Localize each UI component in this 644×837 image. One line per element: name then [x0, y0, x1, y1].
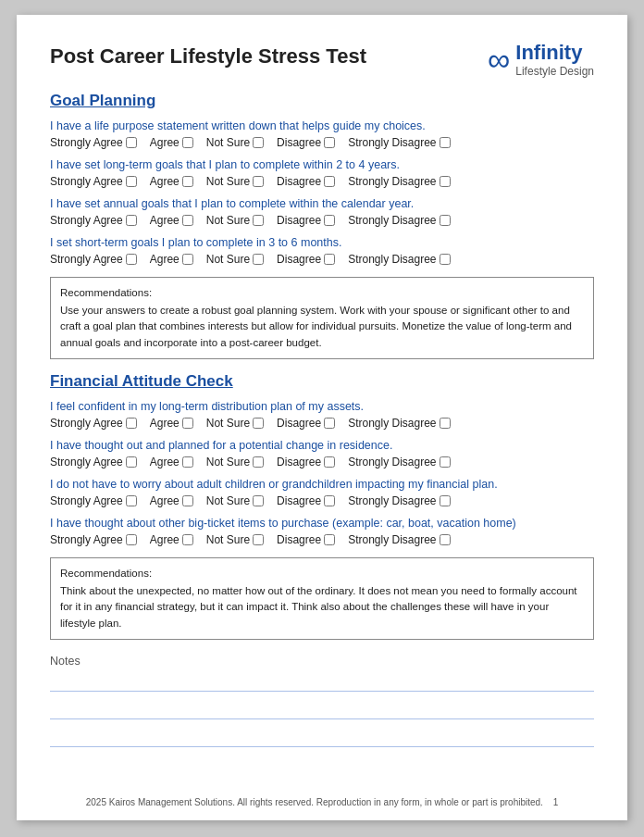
checkbox-agree-7[interactable]: [182, 495, 193, 506]
recommendations-box-2: Recommendations: Think about the unexpec…: [50, 557, 594, 640]
answer-agree-4[interactable]: Agree: [150, 253, 193, 266]
checkbox-agree-6[interactable]: [182, 456, 193, 468]
logo-area: ∞ Infinity Lifestyle Design: [488, 41, 594, 79]
checkbox-strongly-agree-2[interactable]: [126, 176, 137, 187]
answer-row-6: Strongly Agree Agree Not Sure Disagree S…: [50, 456, 594, 468]
answer-disagree-4[interactable]: Disagree: [277, 253, 335, 266]
answer-disagree-1[interactable]: Disagree: [277, 136, 335, 149]
question-3: I have set annual goals that I plan to c…: [50, 197, 594, 210]
answer-not-sure-8[interactable]: Not Sure: [206, 533, 264, 546]
answer-agree-3[interactable]: Agree: [150, 214, 193, 227]
checkbox-disagree-1[interactable]: [324, 137, 335, 148]
answer-disagree-6[interactable]: Disagree: [277, 456, 335, 468]
answer-not-sure-5[interactable]: Not Sure: [206, 417, 264, 430]
answer-agree-7[interactable]: Agree: [150, 494, 193, 507]
checkbox-not-sure-2[interactable]: [253, 176, 264, 187]
checkbox-disagree-7[interactable]: [324, 495, 335, 506]
question-5: I feel confident in my long-term distrib…: [50, 400, 594, 413]
checkbox-not-sure-7[interactable]: [253, 495, 264, 506]
checkbox-agree-2[interactable]: [182, 176, 193, 187]
answer-agree-2[interactable]: Agree: [150, 175, 193, 188]
checkbox-strongly-agree-8[interactable]: [126, 534, 137, 545]
answer-strongly-agree-1[interactable]: Strongly Agree: [50, 136, 137, 149]
checkbox-agree-4[interactable]: [182, 254, 193, 265]
footer: 2025 Kairos Management Solutions. All ri…: [17, 797, 627, 807]
checkbox-strongly-disagree-4[interactable]: [440, 254, 451, 265]
checkbox-not-sure-6[interactable]: [253, 456, 264, 468]
answer-row-1: Strongly Agree Agree Not Sure Disagree S…: [50, 136, 594, 149]
infinity-icon: ∞: [488, 44, 510, 75]
answer-strongly-agree-3[interactable]: Strongly Agree: [50, 214, 137, 227]
checkbox-strongly-agree-6[interactable]: [126, 456, 137, 468]
answer-agree-8[interactable]: Agree: [150, 533, 193, 546]
checkbox-agree-5[interactable]: [182, 418, 193, 429]
answer-strongly-disagree-3[interactable]: Strongly Disagree: [348, 214, 450, 227]
checkbox-disagree-3[interactable]: [324, 215, 335, 226]
answer-not-sure-7[interactable]: Not Sure: [206, 494, 264, 507]
checkbox-strongly-disagree-7[interactable]: [440, 495, 451, 506]
answer-disagree-7[interactable]: Disagree: [277, 494, 335, 507]
checkbox-strongly-agree-5[interactable]: [126, 418, 137, 429]
answer-not-sure-2[interactable]: Not Sure: [206, 175, 264, 188]
checkbox-strongly-agree-1[interactable]: [126, 137, 137, 148]
checkbox-disagree-6[interactable]: [324, 456, 335, 468]
answer-not-sure-4[interactable]: Not Sure: [206, 253, 264, 266]
checkbox-strongly-disagree-6[interactable]: [440, 456, 451, 468]
answer-strongly-disagree-2[interactable]: Strongly Disagree: [348, 175, 450, 188]
answer-disagree-8[interactable]: Disagree: [277, 533, 335, 546]
answer-not-sure-3[interactable]: Not Sure: [206, 214, 264, 227]
answer-row-4: Strongly Agree Agree Not Sure Disagree S…: [50, 253, 594, 266]
answer-strongly-disagree-8[interactable]: Strongly Disagree: [348, 533, 450, 546]
answer-not-sure-1[interactable]: Not Sure: [206, 136, 264, 149]
page-container: Post Career Lifestyle Stress Test ∞ Infi…: [17, 15, 627, 820]
answer-strongly-agree-4[interactable]: Strongly Agree: [50, 253, 137, 266]
checkbox-disagree-2[interactable]: [324, 176, 335, 187]
answer-disagree-2[interactable]: Disagree: [277, 175, 335, 188]
answer-not-sure-6[interactable]: Not Sure: [206, 456, 264, 468]
checkbox-strongly-agree-7[interactable]: [126, 495, 137, 506]
answer-strongly-disagree-5[interactable]: Strongly Disagree: [348, 417, 450, 430]
answer-strongly-agree-5[interactable]: Strongly Agree: [50, 417, 137, 430]
question-7: I do not have to worry about adult child…: [50, 478, 594, 491]
answer-row-2: Strongly Agree Agree Not Sure Disagree S…: [50, 175, 594, 188]
answer-strongly-agree-8[interactable]: Strongly Agree: [50, 533, 137, 546]
answer-disagree-3[interactable]: Disagree: [277, 214, 335, 227]
checkbox-strongly-disagree-8[interactable]: [440, 534, 451, 545]
checkbox-strongly-disagree-3[interactable]: [440, 215, 451, 226]
checkbox-not-sure-3[interactable]: [253, 215, 264, 226]
answer-agree-5[interactable]: Agree: [150, 417, 193, 430]
checkbox-not-sure-4[interactable]: [253, 254, 264, 265]
checkbox-agree-1[interactable]: [182, 137, 193, 148]
notes-section: Notes: [50, 655, 594, 747]
answer-strongly-agree-7[interactable]: Strongly Agree: [50, 494, 137, 507]
checkbox-strongly-disagree-5[interactable]: [440, 418, 451, 429]
answer-disagree-5[interactable]: Disagree: [277, 417, 335, 430]
answer-strongly-agree-2[interactable]: Strongly Agree: [50, 175, 137, 188]
section-title-financial-attitude: Financial Attitude Check: [50, 372, 594, 391]
checkbox-not-sure-8[interactable]: [253, 534, 264, 545]
answer-strongly-disagree-1[interactable]: Strongly Disagree: [348, 136, 450, 149]
checkbox-strongly-agree-3[interactable]: [126, 215, 137, 226]
answer-agree-1[interactable]: Agree: [150, 136, 193, 149]
answer-strongly-disagree-4[interactable]: Strongly Disagree: [348, 253, 450, 266]
checkbox-strongly-agree-4[interactable]: [126, 254, 137, 265]
checkbox-strongly-disagree-2[interactable]: [440, 176, 451, 187]
checkbox-not-sure-1[interactable]: [253, 137, 264, 148]
recommendations-box-1: Recommendations: Use your answers to cre…: [50, 277, 594, 359]
checkbox-not-sure-5[interactable]: [253, 418, 264, 429]
footer-text: 2025 Kairos Management Solutions. All ri…: [86, 797, 543, 807]
question-8: I have thought about other big-ticket it…: [50, 517, 594, 530]
answer-strongly-agree-6[interactable]: Strongly Agree: [50, 456, 137, 468]
answer-strongly-disagree-6[interactable]: Strongly Disagree: [348, 456, 450, 468]
checkbox-disagree-4[interactable]: [324, 254, 335, 265]
checkbox-disagree-5[interactable]: [324, 418, 335, 429]
page-title: Post Career Lifestyle Stress Test: [50, 44, 366, 69]
header: Post Career Lifestyle Stress Test ∞ Infi…: [50, 41, 594, 79]
checkbox-agree-8[interactable]: [182, 534, 193, 545]
logo-text: Infinity Lifestyle Design: [515, 41, 594, 79]
checkbox-disagree-8[interactable]: [324, 534, 335, 545]
checkbox-agree-3[interactable]: [182, 215, 193, 226]
answer-strongly-disagree-7[interactable]: Strongly Disagree: [348, 494, 450, 507]
checkbox-strongly-disagree-1[interactable]: [440, 137, 451, 148]
answer-agree-6[interactable]: Agree: [150, 456, 193, 468]
